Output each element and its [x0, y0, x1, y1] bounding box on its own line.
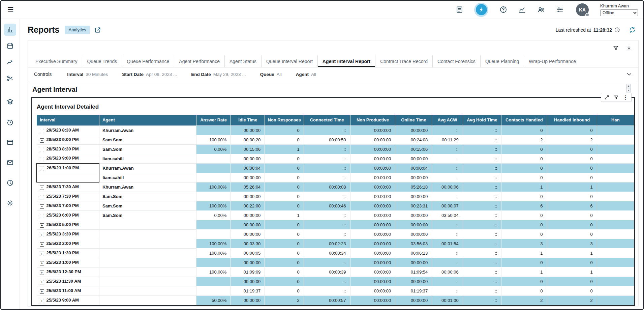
- nav-calendar-item[interactable]: [4, 40, 16, 52]
- value-cell[interactable]: 03:50:04: [432, 210, 463, 220]
- agent-cell[interactable]: Sam.Som: [99, 210, 196, 220]
- agent-cell[interactable]: Sam.Som: [99, 144, 196, 154]
- value-cell[interactable]: 0: [265, 277, 304, 286]
- value-cell[interactable]: 00:00:50: [304, 135, 350, 144]
- value-cell[interactable]: ::: [432, 125, 463, 135]
- value-cell[interactable]: 1: [547, 182, 597, 192]
- collapse-row-icon[interactable]: −: [40, 195, 44, 199]
- column-header-contacts-handled[interactable]: Contacts Handled: [501, 115, 547, 125]
- maximize-icon[interactable]: [604, 95, 609, 100]
- expand-row-icon[interactable]: +: [40, 280, 44, 284]
- agent-cell[interactable]: [99, 277, 196, 286]
- value-cell[interactable]: ::: [463, 144, 501, 154]
- value-cell[interactable]: 00:00:00: [395, 125, 432, 135]
- tab-queue-planning[interactable]: Queue Planning: [480, 55, 524, 67]
- nav-layers-item[interactable]: [4, 96, 16, 108]
- value-cell[interactable]: 2: [547, 295, 597, 305]
- value-cell[interactable]: 0: [265, 125, 304, 135]
- value-cell[interactable]: 00:01:00: [432, 295, 463, 305]
- nav-pie-chart-item[interactable]: [4, 177, 16, 189]
- value-cell[interactable]: ::: [304, 125, 350, 135]
- visual-filter-icon[interactable]: [614, 95, 619, 100]
- help-icon[interactable]: [499, 6, 507, 14]
- column-header-avg-acw[interactable]: Avg ACW: [432, 115, 463, 125]
- value-cell[interactable]: 00:00:00: [231, 192, 265, 201]
- value-cell[interactable]: [196, 286, 231, 295]
- value-cell[interactable]: 00:00:00: [395, 229, 432, 239]
- value-cell[interactable]: 0: [265, 163, 304, 173]
- value-cell[interactable]: 05:26:18: [395, 182, 432, 192]
- value-cell[interactable]: ::: [463, 201, 501, 210]
- users-icon[interactable]: [537, 6, 545, 14]
- value-cell[interactable]: [597, 220, 634, 229]
- value-cell[interactable]: [597, 182, 634, 192]
- nav-window-item[interactable]: [4, 136, 16, 148]
- value-cell[interactable]: 0: [265, 182, 304, 192]
- value-cell[interactable]: 00:00:00: [395, 220, 432, 229]
- agent-cell[interactable]: [99, 229, 196, 239]
- value-cell[interactable]: 00:00:00: [231, 125, 265, 135]
- value-cell[interactable]: 0: [501, 220, 547, 229]
- value-cell[interactable]: [597, 163, 634, 173]
- expand-row-icon[interactable]: +: [40, 242, 44, 247]
- value-cell[interactable]: ::: [304, 277, 350, 286]
- value-cell[interactable]: 100.00%: [196, 135, 231, 144]
- value-cell[interactable]: 0: [265, 229, 304, 239]
- expand-row-icon[interactable]: +: [40, 233, 44, 237]
- value-cell[interactable]: 00:15:06: [231, 144, 265, 154]
- value-cell[interactable]: 6: [547, 201, 597, 210]
- interval-cell[interactable]: +25/5/23 11:00 AM: [37, 286, 99, 295]
- value-cell[interactable]: 00:00:06: [432, 182, 463, 192]
- collapse-row-icon[interactable]: −: [40, 186, 44, 190]
- value-cell[interactable]: 0: [547, 144, 597, 154]
- value-cell[interactable]: [597, 135, 634, 144]
- agent-cell[interactable]: [99, 248, 196, 258]
- agent-cell[interactable]: Sam.Som: [99, 201, 196, 210]
- agent-cell[interactable]: [99, 258, 196, 267]
- agent-cell[interactable]: Sam.Som: [99, 135, 196, 144]
- sheet-scrollbar[interactable]: ▲ ▼: [626, 84, 631, 92]
- expand-row-icon[interactable]: +: [40, 299, 44, 303]
- value-cell[interactable]: [196, 229, 231, 239]
- value-cell[interactable]: ::: [432, 286, 463, 295]
- value-cell[interactable]: 00:00:00: [350, 267, 395, 277]
- value-cell[interactable]: 00:00:00: [350, 220, 395, 229]
- value-cell[interactable]: ::: [304, 163, 350, 173]
- refresh-icon[interactable]: [629, 26, 636, 33]
- column-header-handled-inbound[interactable]: Handled Inbound: [547, 115, 597, 125]
- value-cell[interactable]: ::: [432, 277, 463, 286]
- value-cell[interactable]: 00:00:00: [350, 210, 395, 220]
- metrics-chart-icon[interactable]: [518, 6, 526, 14]
- value-cell[interactable]: 00:00:06: [432, 267, 463, 277]
- value-cell[interactable]: 0: [547, 229, 597, 239]
- value-cell[interactable]: 00:00:00: [350, 295, 395, 305]
- nav-trends-item[interactable]: [4, 56, 16, 68]
- value-cell[interactable]: ::: [304, 144, 350, 154]
- value-cell[interactable]: ::: [463, 239, 501, 248]
- value-cell[interactable]: 00:00:00: [231, 229, 265, 239]
- value-cell[interactable]: 00:00:00: [350, 286, 395, 295]
- value-cell[interactable]: 100.00%: [196, 201, 231, 210]
- control-agent[interactable]: AgentAll: [296, 72, 316, 77]
- value-cell[interactable]: 50.00%: [196, 295, 231, 305]
- value-cell[interactable]: 0: [501, 277, 547, 286]
- value-cell[interactable]: 0: [265, 286, 304, 295]
- value-cell[interactable]: 00:00:00: [395, 210, 432, 220]
- value-cell[interactable]: 00:00:00: [350, 154, 395, 163]
- value-cell[interactable]: 00:00:34: [304, 248, 350, 258]
- value-cell[interactable]: ::: [463, 163, 501, 173]
- tab-agent-performance[interactable]: Agent Performance: [174, 55, 224, 67]
- value-cell[interactable]: 00:03:30: [231, 239, 265, 248]
- value-cell[interactable]: 00:00:04: [395, 163, 432, 173]
- value-cell[interactable]: 2: [501, 295, 547, 305]
- value-cell[interactable]: 00:00:00: [231, 173, 265, 182]
- value-cell[interactable]: ::: [304, 220, 350, 229]
- value-cell[interactable]: ::: [304, 210, 350, 220]
- value-cell[interactable]: ::: [463, 267, 501, 277]
- value-cell[interactable]: ::: [432, 192, 463, 201]
- value-cell[interactable]: [196, 125, 231, 135]
- tab-queue-performance[interactable]: Queue Performance: [122, 55, 174, 67]
- value-cell[interactable]: 00:00:00: [350, 182, 395, 192]
- value-cell[interactable]: ::: [463, 210, 501, 220]
- tab-agent-interval-report[interactable]: Agent Interval Report: [317, 55, 375, 67]
